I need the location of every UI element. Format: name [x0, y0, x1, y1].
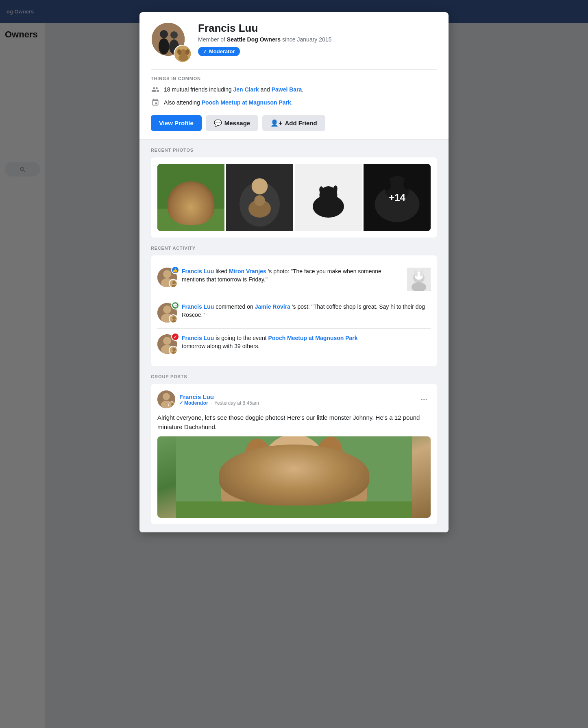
photos-container: +14 — [151, 157, 437, 238]
badge-check-icon: ✓ — [203, 49, 207, 54]
svg-point-2 — [159, 38, 169, 54]
messenger-icon: 💬 — [214, 119, 222, 127]
going-reaction-3: ✓ — [171, 333, 179, 341]
profile-member-since: Member of Seattle Dog Owners since Janua… — [198, 36, 437, 43]
post-timestamp: Yesterday at 8:45am — [214, 400, 259, 406]
svg-point-61 — [170, 406, 174, 408]
activity-container: 👍 Francis Luu liked Miron Vranjes 's pho… — [151, 255, 437, 366]
photo-item-2[interactable] — [226, 164, 293, 231]
svg-point-69 — [308, 459, 311, 462]
svg-point-15 — [195, 183, 205, 196]
svg-point-1 — [160, 30, 168, 38]
post-text: Alright everyone, let's see those doggie… — [157, 413, 431, 432]
activity-avatar-3: ✓ — [157, 334, 177, 354]
svg-rect-11 — [157, 209, 224, 231]
activity-subject-1[interactable]: Miron Vranjes — [229, 268, 266, 275]
header-divider — [151, 69, 437, 70]
recent-activity-section: RECENT ACTIVITY — [139, 246, 449, 374]
photos-grid: +14 — [157, 164, 431, 231]
activity-actor-3[interactable]: Francis Luu — [182, 335, 214, 341]
svg-point-71 — [280, 473, 308, 489]
recent-activity-label: RECENT ACTIVITY — [151, 246, 437, 251]
svg-point-9 — [179, 54, 188, 61]
svg-point-45 — [163, 305, 171, 314]
svg-point-66 — [275, 458, 285, 468]
svg-point-65 — [261, 436, 327, 499]
profile-header: Francis Luu Member of Seattle Dog Owners… — [139, 12, 449, 139]
svg-point-57 — [163, 393, 170, 400]
action-buttons: View Profile 💬 Message 👤+ Add Friend — [151, 115, 437, 131]
view-profile-button[interactable]: View Profile — [151, 115, 202, 131]
svg-point-19 — [252, 178, 268, 194]
like-reaction-1: 👍 — [171, 266, 179, 274]
add-friend-button[interactable]: 👤+ Add Friend — [262, 115, 325, 131]
add-friend-icon: 👤+ — [270, 119, 282, 127]
activity-avatar-2: 💬 — [157, 303, 177, 323]
svg-rect-16 — [184, 200, 198, 202]
post-image — [157, 436, 431, 518]
svg-point-14 — [177, 183, 187, 196]
calendar-icon — [151, 98, 160, 107]
mutual-friend-1-link[interactable]: Jen Clark — [233, 86, 259, 93]
attending-event-link[interactable]: Pooch Meetup at Magnuson Park — [202, 99, 291, 106]
svg-point-33 — [163, 270, 171, 278]
activity-event-link[interactable]: Pooch Meetup at Magnuson Park — [268, 335, 357, 341]
message-button[interactable]: 💬 Message — [206, 115, 258, 131]
avatar-dog — [174, 45, 192, 63]
profile-info: Francis Luu Member of Seattle Dog Owners… — [198, 22, 437, 56]
activity-text-2: Francis Luu commented on Jamie Rovira 's… — [182, 303, 431, 319]
svg-point-13 — [181, 183, 200, 203]
svg-point-21 — [254, 195, 265, 206]
attending-item: Also attending Pooch Meetup at Magnuson … — [151, 98, 437, 107]
photo-item-1[interactable] — [157, 164, 224, 231]
post-avatar — [157, 390, 175, 408]
activity-avatar-1: 👍 — [157, 268, 177, 287]
activity-actor-1[interactable]: Francis Luu — [182, 268, 214, 275]
svg-point-54 — [172, 348, 176, 351]
mutual-friend-2-link[interactable]: Pawel Bara — [272, 86, 302, 93]
post-avatar-small — [168, 401, 175, 408]
activity-item-2: 💬 Francis Luu commented on Jamie Rovira … — [157, 297, 431, 329]
svg-point-67 — [304, 457, 313, 466]
profile-modal: Francis Luu Member of Seattle Dog Owners… — [139, 12, 449, 532]
activity-actor-2[interactable]: Francis Luu — [182, 303, 214, 310]
svg-point-55 — [172, 351, 176, 355]
modal-backdrop[interactable]: Francis Luu Member of Seattle Dog Owners… — [0, 0, 588, 728]
svg-point-60 — [171, 403, 174, 405]
avatar — [151, 22, 192, 63]
svg-rect-74 — [176, 501, 412, 518]
profile-name: Francis Luu — [198, 22, 437, 35]
svg-point-12 — [173, 191, 209, 218]
post-author-name[interactable]: Francis Luu — [179, 393, 259, 400]
post-moderator-badge: ✓ Moderator — [179, 400, 208, 406]
friends-icon — [151, 85, 160, 94]
photo-item-4[interactable]: +14 — [364, 164, 431, 231]
activity-image-1 — [407, 268, 431, 291]
post-badge-check-icon: ✓ — [179, 400, 183, 405]
activity-text-1: Francis Luu liked Miron Vranjes 's photo… — [182, 268, 402, 283]
svg-point-51 — [163, 337, 171, 345]
svg-point-49 — [172, 320, 176, 323]
activity-item-1: 👍 Francis Luu liked Miron Vranjes 's pho… — [157, 262, 431, 297]
activity-subject-2[interactable]: Jamie Rovira — [255, 303, 290, 310]
svg-point-48 — [172, 316, 176, 320]
photo-item-3[interactable] — [295, 164, 362, 231]
moderator-badge: ✓ Moderator — [198, 47, 240, 56]
more-options-button[interactable]: ··· — [417, 393, 431, 406]
group-posts-label: GROUP POSTS — [151, 374, 437, 379]
svg-rect-75 — [257, 499, 331, 504]
post-header: Francis Luu ✓ Moderator · Yesterday at 8… — [157, 390, 431, 408]
comment-reaction-2: 💬 — [171, 301, 179, 310]
photo-more-count[interactable]: +14 — [364, 164, 431, 231]
activity-text-3: Francis Luu is going to the event Pooch … — [182, 334, 431, 350]
mutual-friends-item: 18 mutual friends including Jen Clark an… — [151, 85, 437, 94]
svg-point-3 — [170, 31, 178, 39]
recent-photos-label: RECENT PHOTOS — [151, 148, 437, 153]
mutual-friends-text: 18 mutual friends including Jen Clark an… — [164, 86, 303, 93]
activity-item-3: ✓ Francis Luu is going to the event Pooc… — [157, 329, 431, 360]
svg-point-37 — [172, 285, 176, 288]
activity-avatar-small-3 — [169, 346, 178, 355]
post-meta: ✓ Moderator · Yesterday at 8:45am — [179, 400, 259, 406]
post-author: Francis Luu ✓ Moderator · Yesterday at 8… — [157, 390, 259, 408]
group-post-card: Francis Luu ✓ Moderator · Yesterday at 8… — [151, 384, 437, 524]
